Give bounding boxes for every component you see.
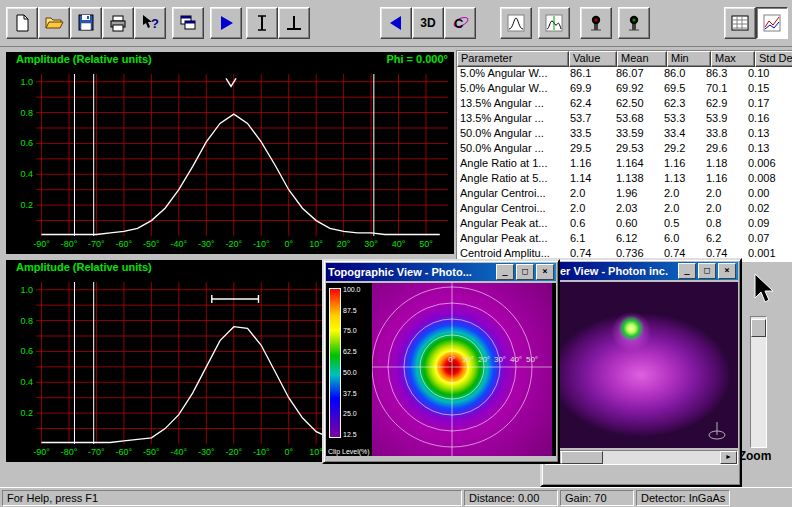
svg-text:40°: 40° xyxy=(392,239,406,249)
maximize-button[interactable]: □ xyxy=(516,264,534,280)
table-cell: 0.006 xyxy=(745,157,789,172)
table-cell: 6.0 xyxy=(661,232,703,247)
angle-axis-label: 40° xyxy=(510,355,522,364)
rotation-axis-icon xyxy=(704,420,730,442)
table-row[interactable]: 13.5% Angular ...62.462.5062.362.90.17 xyxy=(457,97,792,112)
table-cell: 86.3 xyxy=(703,67,745,82)
new-button[interactable] xyxy=(6,7,38,39)
colorbar-zone: 100.087.575.062.550.037.525.012.5 Clip L… xyxy=(326,283,372,456)
table-cell: 53.9 xyxy=(703,112,745,127)
table-cell: 1.16 xyxy=(567,157,613,172)
play-icon xyxy=(216,13,236,33)
table-cell: 29.2 xyxy=(661,142,703,157)
svg-text:-60°: -60° xyxy=(116,447,133,457)
table-view-button[interactable] xyxy=(724,7,756,39)
table-cell: 0.8 xyxy=(703,217,745,232)
scrollbar-thumb[interactable] xyxy=(561,451,603,464)
table-row[interactable]: 50.0% Angular ...33.533.5933.433.80.13 xyxy=(457,127,792,142)
table-cell: 6.1 xyxy=(567,232,613,247)
status-bar: For Help, press F1 Distance: 0.00 Gain: … xyxy=(0,487,792,507)
previous-scan-button[interactable] xyxy=(380,7,412,39)
window-3d-titlebar[interactable]: er View - Photon inc. _ □ × xyxy=(544,262,738,280)
topographic-map[interactable]: 0°10°20°30°40°50° xyxy=(372,283,552,456)
detector-a-button[interactable] xyxy=(580,7,612,39)
minimize-button[interactable]: _ xyxy=(496,264,514,280)
table-header-cell[interactable]: Parameter xyxy=(457,51,569,67)
table-header-cell[interactable]: Mean xyxy=(617,51,667,67)
view-3d-button[interactable]: 3D xyxy=(412,7,444,39)
table-body: 5.0% Angular W...86.186.0786.086.30.105.… xyxy=(457,67,792,262)
table-cell: 86.07 xyxy=(613,67,661,82)
pointer-tool-button[interactable] xyxy=(744,270,780,308)
zoom-scrollbar[interactable] xyxy=(750,316,767,448)
table-row[interactable]: 5.0% Angular W...69.969.9269.570.10.15 xyxy=(457,82,792,97)
context-help-button[interactable]: ? xyxy=(134,7,166,39)
topographic-titlebar[interactable]: Topographic View - Photo... _ □ × xyxy=(326,263,556,281)
baseline-cursor-button[interactable] xyxy=(278,7,310,39)
table-row[interactable]: 13.5% Angular ...53.753.6853.353.90.16 xyxy=(457,112,792,127)
detector-b-button[interactable] xyxy=(618,7,650,39)
table-cell: 1.18 xyxy=(703,157,745,172)
table-row[interactable]: 5.0% Angular W...86.186.0786.086.30.10 xyxy=(457,67,792,82)
scroll-right-arrow[interactable]: ► xyxy=(720,451,737,464)
table-cell: 5.0% Angular W... xyxy=(457,67,567,82)
table-cell: 0.001 xyxy=(745,247,789,262)
table-header-cell[interactable]: Std Dev xyxy=(755,51,792,67)
colorbar-tick-label: 100.0 xyxy=(343,286,361,293)
surface-3d-canvas[interactable] xyxy=(544,282,738,448)
close-button[interactable]: × xyxy=(536,264,554,280)
table-grid-icon xyxy=(730,13,750,33)
table-cell: 62.50 xyxy=(613,97,661,112)
table-cell: 29.5 xyxy=(567,142,613,157)
table-header-cell[interactable]: Max xyxy=(711,51,755,67)
cursor-arrow-icon xyxy=(747,272,777,306)
table-row[interactable]: Angular Centroi...2.02.032.02.00.02 xyxy=(457,202,792,217)
table-row[interactable]: Angular Peak at...0.60.600.50.80.09 xyxy=(457,217,792,232)
table-cell: Angular Centroi... xyxy=(457,187,567,202)
table-cell: 1.138 xyxy=(613,172,661,187)
perpendicular-icon xyxy=(284,13,304,33)
vertical-cursor-icon xyxy=(252,13,272,33)
zoom-scrollbar-thumb[interactable] xyxy=(751,319,766,337)
rotation-scrollbar[interactable]: ◄ ► xyxy=(544,450,738,465)
print-button[interactable] xyxy=(102,7,134,39)
vertical-cursor-button[interactable] xyxy=(246,7,278,39)
svg-text:20°: 20° xyxy=(337,239,351,249)
table-cell: 2.0 xyxy=(567,202,613,217)
gaussian-view-button[interactable] xyxy=(500,7,532,39)
save-floppy-icon xyxy=(76,13,96,33)
svg-text:-30°: -30° xyxy=(198,447,215,457)
acquire-play-button[interactable] xyxy=(210,7,242,39)
amplitude-axis-label: Amplitude (Relative units) xyxy=(16,53,152,68)
angular-profile-canvas-top[interactable]: -90°-80°-70°-60°-50°-40°-30°-20°-10°0°10… xyxy=(6,68,454,252)
table-row[interactable]: Angular Centroi...2.01.962.02.00.00 xyxy=(457,187,792,202)
table-row[interactable]: 50.0% Angular ...29.529.5329.229.60.13 xyxy=(457,142,792,157)
polar-grid xyxy=(372,283,552,456)
table-cell: 6.12 xyxy=(613,232,661,247)
table-cell: 86.0 xyxy=(661,67,703,82)
amplitude-axis-label: Amplitude (Relative units) xyxy=(16,261,152,276)
profile-view-button[interactable] xyxy=(538,7,570,39)
table-cell: 0.10 xyxy=(745,67,789,82)
application-window: ? 3D C Amplitude (Relative units) Phi = … xyxy=(0,0,792,507)
table-cell: 1.16 xyxy=(703,172,745,187)
maximize-button[interactable]: □ xyxy=(698,263,716,279)
c-scan-button[interactable]: C xyxy=(444,7,476,39)
close-button[interactable]: × xyxy=(718,263,736,279)
table-row[interactable]: Angle Ratio at 1...1.161.1641.161.180.00… xyxy=(457,157,792,172)
table-row[interactable]: Angle Ratio at 5...1.141.1381.131.160.00… xyxy=(457,172,792,187)
minimize-button[interactable]: _ xyxy=(678,263,696,279)
table-header-cell[interactable]: Value xyxy=(569,51,617,67)
cascade-windows-button[interactable] xyxy=(172,7,204,39)
table-cell: Angle Ratio at 5... xyxy=(457,172,567,187)
table-cell: 1.16 xyxy=(661,157,703,172)
statistics-view-button[interactable] xyxy=(756,7,788,39)
table-header-cell[interactable]: Min xyxy=(667,51,711,67)
save-button[interactable] xyxy=(70,7,102,39)
open-button[interactable] xyxy=(38,7,70,39)
table-cell: 5.0% Angular W... xyxy=(457,82,567,97)
table-cell: 0.16 xyxy=(745,112,789,127)
table-row[interactable]: Angular Peak at...6.16.126.06.20.07 xyxy=(457,232,792,247)
statistics-chart-icon xyxy=(762,13,782,33)
svg-text:-80°: -80° xyxy=(61,447,78,457)
